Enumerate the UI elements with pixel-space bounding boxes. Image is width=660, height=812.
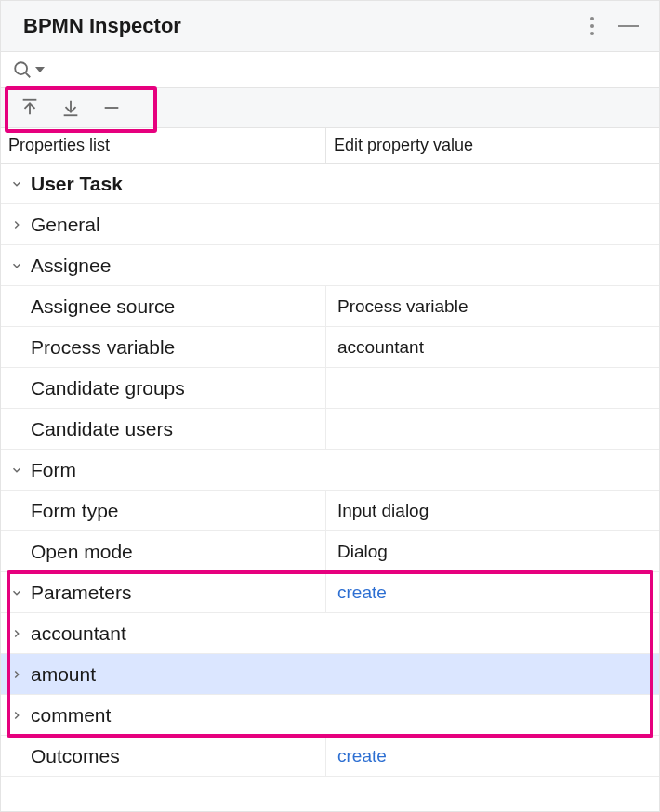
toolbar: [1, 88, 659, 128]
property-value[interactable]: accountant: [326, 327, 659, 367]
properties-tree: User Task General Assignee: [1, 164, 659, 777]
property-label: Candidate groups: [31, 377, 185, 399]
tree-label: User Task: [31, 173, 123, 195]
chevron-right-icon: [8, 627, 25, 640]
tree-node-assignee[interactable]: Assignee: [1, 245, 659, 286]
property-label: Process variable: [31, 336, 175, 359]
property-row-candidate-groups[interactable]: Candidate groups: [1, 368, 659, 409]
more-options-icon[interactable]: [590, 17, 594, 35]
property-label: Assignee source: [31, 295, 175, 318]
chevron-down-icon: [8, 259, 25, 272]
tree-node-param-comment[interactable]: comment: [1, 695, 659, 736]
create-outcome-link[interactable]: create: [337, 746, 387, 766]
property-value[interactable]: Dialog: [326, 531, 659, 571]
property-value[interactable]: [326, 368, 659, 408]
property-value[interactable]: Input dialog: [326, 491, 659, 530]
chevron-down-icon: [8, 586, 25, 599]
tree-node-param-amount[interactable]: amount: [1, 654, 659, 695]
property-row-open-mode[interactable]: Open mode Dialog: [1, 531, 659, 572]
property-label: Outcomes: [31, 745, 120, 767]
search-bar[interactable]: [1, 52, 659, 88]
tree-label: Assignee: [31, 255, 111, 277]
property-row-outcomes[interactable]: Outcomes create: [1, 736, 659, 777]
property-label: Open mode: [31, 541, 133, 563]
search-dropdown-caret-icon[interactable]: [35, 67, 45, 72]
property-row-process-variable[interactable]: Process variable accountant: [1, 327, 659, 368]
chevron-right-icon: [8, 709, 25, 722]
move-down-icon[interactable]: [60, 98, 81, 118]
tree-label: Form: [31, 459, 76, 481]
property-row-assignee-source[interactable]: Assignee source Process variable: [1, 286, 659, 327]
tree-label: comment: [31, 704, 111, 727]
minimize-icon[interactable]: [618, 25, 639, 27]
tree-node-param-accountant[interactable]: accountant: [1, 613, 659, 654]
header-actions: [590, 17, 639, 35]
column-header-value: Edit property value: [326, 128, 659, 163]
tree-node-parameters[interactable]: Parameters create: [1, 572, 659, 613]
create-parameter-link[interactable]: create: [337, 583, 387, 603]
chevron-right-icon: [8, 668, 25, 681]
tree-node-general[interactable]: General: [1, 204, 659, 245]
tree-node-user-task[interactable]: User Task: [1, 164, 659, 204]
panel-title: BPMN Inspector: [23, 14, 181, 38]
property-value[interactable]: [326, 409, 659, 449]
column-header-properties: Properties list: [1, 128, 326, 163]
property-label: Candidate users: [31, 418, 173, 440]
svg-point-0: [15, 62, 27, 74]
tree-label: amount: [31, 663, 96, 686]
property-row-form-type[interactable]: Form type Input dialog: [1, 491, 659, 531]
chevron-down-icon: [8, 464, 25, 477]
tree-label: Parameters: [31, 582, 132, 604]
search-icon: [12, 59, 33, 80]
chevron-right-icon: [8, 218, 25, 231]
move-up-icon[interactable]: [20, 98, 40, 118]
chevron-down-icon: [8, 177, 25, 190]
panel-header: BPMN Inspector: [1, 1, 659, 52]
bpmn-inspector-panel: BPMN Inspector Properties lis: [0, 0, 660, 812]
property-label: Form type: [31, 500, 119, 522]
tree-label: accountant: [31, 622, 126, 645]
tree-label: General: [31, 214, 100, 236]
column-headers: Properties list Edit property value: [1, 128, 659, 164]
tree-node-form[interactable]: Form: [1, 450, 659, 491]
svg-line-1: [26, 73, 31, 78]
property-value[interactable]: Process variable: [326, 286, 659, 326]
remove-icon[interactable]: [101, 98, 122, 118]
property-row-candidate-users[interactable]: Candidate users: [1, 409, 659, 450]
